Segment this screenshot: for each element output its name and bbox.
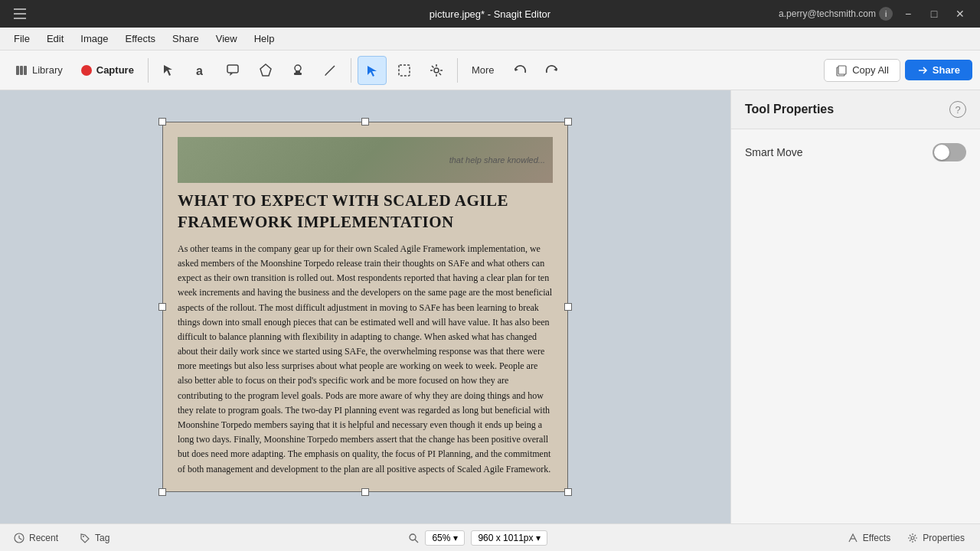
- image-container[interactable]: that help share knowled... WHAT TO EXPEC…: [162, 122, 568, 492]
- library-button[interactable]: Library: [8, 61, 70, 80]
- select-tool-button[interactable]: [358, 56, 387, 85]
- dimensions-chevron-icon: ▾: [536, 533, 541, 543]
- panel-header: Tool Properties ?: [731, 90, 980, 129]
- titlebar: picture.jpeg* - Snagit Editor a.perry@te…: [0, 0, 980, 28]
- toolbar-right: Copy All Share: [824, 59, 972, 82]
- window-title: picture.jpeg* - Snagit Editor: [430, 8, 550, 20]
- separator-3: [457, 58, 458, 83]
- menu-image[interactable]: Image: [73, 31, 116, 47]
- svg-point-23: [410, 534, 416, 540]
- svg-line-16: [432, 66, 434, 68]
- redo-button[interactable]: [537, 56, 567, 85]
- smart-move-label: Smart Move: [745, 146, 802, 158]
- menu-effects[interactable]: Effects: [118, 31, 164, 47]
- marquee-tool-button[interactable]: [390, 56, 419, 85]
- share-label: Share: [933, 64, 960, 76]
- svg-text:a: a: [196, 64, 203, 77]
- hamburger-icon[interactable]: [9, 3, 31, 24]
- help-button[interactable]: ?: [949, 101, 966, 118]
- undo-button[interactable]: [505, 56, 534, 85]
- maximize-button[interactable]: □: [923, 3, 945, 24]
- zoom-search[interactable]: [408, 533, 419, 543]
- record-dot: [81, 65, 92, 76]
- effects-label: Effects: [863, 533, 890, 543]
- copy-all-label: Copy All: [852, 64, 889, 76]
- stamp-tool-button[interactable]: [283, 56, 312, 85]
- capture-button[interactable]: Capture: [74, 61, 142, 79]
- more-button[interactable]: More: [464, 61, 502, 79]
- toggle-knob: [934, 145, 949, 160]
- tag-button[interactable]: Tag: [75, 530, 114, 546]
- svg-rect-1: [14, 13, 26, 15]
- statusbar-right: Effects Properties: [841, 530, 971, 546]
- tag-label: Tag: [95, 533, 109, 543]
- svg-point-18: [434, 68, 439, 73]
- article-caption: that help share knowled...: [449, 155, 545, 165]
- recent-button[interactable]: Recent: [9, 530, 63, 546]
- svg-rect-5: [24, 66, 27, 75]
- svg-line-24: [415, 540, 418, 543]
- menubar: File Edit Image Effects Share View Help: [0, 28, 980, 51]
- properties-button[interactable]: Properties: [901, 530, 971, 546]
- statusbar-left: Recent Tag: [9, 530, 114, 546]
- canvas-area: that help share knowled... WHAT TO EXPEC…: [0, 90, 730, 523]
- shape-tool-button[interactable]: [251, 56, 280, 85]
- svg-rect-11: [399, 65, 410, 76]
- panel-content: Smart Move: [731, 129, 980, 523]
- svg-rect-2: [14, 18, 26, 19]
- user-info-icon: i: [879, 7, 893, 21]
- main-area: that help share knowled... WHAT TO EXPEC…: [0, 90, 980, 523]
- minimize-button[interactable]: −: [897, 3, 919, 24]
- menu-share[interactable]: Share: [165, 31, 207, 47]
- article-top-image: that help share knowled...: [178, 137, 553, 183]
- menu-help[interactable]: Help: [247, 31, 283, 47]
- separator-1: [148, 58, 149, 83]
- library-label: Library: [32, 64, 63, 76]
- svg-rect-3: [16, 66, 19, 75]
- effects-button[interactable]: Effects: [841, 530, 897, 546]
- zoom-chevron-icon: ▾: [453, 533, 458, 543]
- callout-tool-button[interactable]: [219, 56, 248, 85]
- article-body: As other teams in the company gear up fo…: [178, 242, 553, 477]
- menu-view[interactable]: View: [208, 31, 245, 47]
- article-image: that help share knowled... WHAT TO EXPEC…: [162, 122, 568, 492]
- titlebar-left: [9, 3, 31, 24]
- zoom-value: 65%: [432, 533, 450, 543]
- user-info[interactable]: a.perry@techsmith.com i: [779, 7, 893, 21]
- menu-edit[interactable]: Edit: [39, 31, 71, 47]
- panel-title: Tool Properties: [745, 103, 834, 116]
- menu-file[interactable]: File: [6, 31, 38, 47]
- dimensions-value: 960 x 1011px: [478, 533, 533, 543]
- svg-point-22: [83, 536, 84, 537]
- svg-point-8: [295, 65, 301, 71]
- svg-rect-7: [227, 65, 238, 73]
- zoom-level[interactable]: 65% ▾: [425, 530, 465, 546]
- statusbar: Recent Tag 65% ▾ 960 x 1011px ▾ Effects …: [0, 523, 980, 551]
- toolbar: Library Capture a More: [0, 51, 980, 90]
- pen-tool-button[interactable]: [315, 56, 345, 85]
- properties-label: Properties: [923, 533, 965, 543]
- smart-move-row: Smart Move: [745, 143, 966, 161]
- svg-rect-4: [20, 66, 23, 75]
- copy-all-button[interactable]: Copy All: [824, 59, 900, 82]
- svg-rect-0: [14, 8, 26, 10]
- svg-rect-20: [838, 66, 846, 74]
- share-button[interactable]: Share: [905, 60, 972, 80]
- magic-wand-button[interactable]: [422, 56, 451, 85]
- titlebar-controls: a.perry@techsmith.com i − □ ✕: [779, 3, 971, 24]
- svg-rect-10: [296, 71, 300, 73]
- user-email: a.perry@techsmith.com: [779, 8, 876, 19]
- separator-2: [351, 58, 351, 83]
- svg-point-26: [911, 536, 914, 540]
- recent-label: Recent: [29, 533, 58, 543]
- close-button[interactable]: ✕: [949, 3, 971, 24]
- properties-panel: Tool Properties ? Smart Move: [730, 90, 980, 523]
- text-tool-button[interactable]: a: [187, 56, 216, 85]
- image-dimensions[interactable]: 960 x 1011px ▾: [471, 530, 547, 546]
- statusbar-center: 65% ▾ 960 x 1011px ▾: [114, 530, 841, 546]
- capture-label: Capture: [96, 64, 134, 76]
- article-title: WHAT TO EXPECT WITH SCALED AGILE FRAMEWO…: [178, 191, 553, 233]
- smart-move-toggle[interactable]: [933, 143, 966, 161]
- arrow-tool-button[interactable]: [155, 56, 184, 85]
- svg-line-17: [439, 73, 441, 75]
